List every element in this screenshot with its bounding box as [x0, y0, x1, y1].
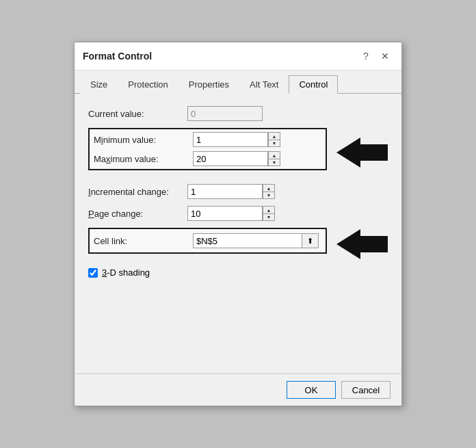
current-value-input[interactable] [187, 106, 263, 121]
tab-control[interactable]: Control [289, 75, 338, 94]
cell-link-label: Cell link: [94, 236, 193, 246]
cell-link-picker-button[interactable]: ⬆ [302, 233, 319, 248]
dialog-title-area: Format Control [83, 51, 152, 62]
current-value-label: Current value: [88, 109, 187, 119]
page-change-label: Page change: [88, 209, 187, 219]
cell-link-box: Cell link: ⬆ [88, 228, 327, 254]
tab-size[interactable]: Size [80, 75, 118, 94]
tab-protection[interactable]: Protection [118, 75, 178, 94]
cancel-button[interactable]: Cancel [341, 381, 391, 399]
cell-link-arrow [336, 229, 388, 259]
maximum-value-spinner: ▲ ▼ [268, 151, 280, 166]
help-button[interactable]: ? [358, 48, 374, 64]
cell-link-row: Cell link: ⬆ [94, 233, 321, 248]
cell-link-arrow-svg [336, 229, 388, 259]
tab-properties[interactable]: Properties [178, 75, 239, 94]
shading-row: 3-D shading [88, 267, 388, 278]
content-spacer [88, 280, 388, 363]
minimum-value-spin-up[interactable]: ▲ [268, 132, 280, 140]
incremental-change-row: Incremental change: ▲ ▼ [88, 184, 388, 199]
page-change-input-wrap: ▲ ▼ [187, 206, 275, 221]
maximum-value-label: Maximum value: [94, 154, 193, 164]
incremental-change-spin-up[interactable]: ▲ [263, 184, 275, 192]
minimum-value-input[interactable] [193, 132, 268, 147]
min-max-arrow [336, 137, 388, 168]
minimum-value-spin-down[interactable]: ▼ [268, 140, 280, 147]
cell-link-picker-icon: ⬆ [307, 237, 313, 246]
minimum-value-spinner: ▲ ▼ [268, 132, 280, 147]
page-change-row: Page change: ▲ ▼ [88, 206, 388, 221]
maximum-value-spin-down[interactable]: ▼ [268, 159, 280, 166]
minimum-value-input-wrap: ▲ ▼ [193, 132, 280, 147]
maximum-value-row: Maximum value: ▲ ▼ [94, 151, 321, 166]
ok-button[interactable]: OK [287, 381, 336, 399]
tab-alt-text[interactable]: Alt Text [239, 75, 289, 94]
incremental-change-input[interactable] [187, 184, 263, 199]
dialog-footer: OK Cancel [75, 373, 401, 406]
title-bar-actions: ? ✕ [358, 48, 393, 64]
current-value-row: Current value: [88, 106, 388, 121]
format-control-dialog: Format Control ? ✕ Size Protection Prope… [74, 42, 402, 406]
cell-link-input[interactable] [193, 233, 302, 248]
dialog-title: Format Control [83, 51, 152, 62]
maximum-value-input[interactable] [193, 151, 268, 166]
page-change-input[interactable] [187, 206, 263, 221]
min-max-box: Minimum value: ▲ ▼ Maximum value: [88, 128, 327, 170]
incremental-change-label: Incremental change: [88, 187, 187, 197]
page-change-spinner: ▲ ▼ [263, 206, 275, 221]
maximum-value-input-wrap: ▲ ▼ [193, 151, 280, 166]
incremental-change-spinner: ▲ ▼ [263, 184, 275, 199]
arrow-svg [336, 137, 388, 168]
current-value-input-wrap [187, 106, 263, 121]
maximum-value-spin-up[interactable]: ▲ [268, 151, 280, 159]
close-button[interactable]: ✕ [377, 48, 393, 64]
incremental-change-input-wrap: ▲ ▼ [187, 184, 275, 199]
svg-marker-1 [336, 229, 388, 259]
shading-checkbox[interactable] [88, 268, 98, 278]
svg-marker-0 [336, 137, 388, 168]
tab-bar: Size Protection Properties Alt Text Cont… [75, 70, 401, 94]
minimum-value-label: Minimum value: [94, 135, 193, 145]
cell-link-input-wrap: ⬆ [193, 233, 319, 248]
minimum-value-row: Minimum value: ▲ ▼ [94, 132, 321, 147]
incremental-change-spin-down[interactable]: ▼ [263, 192, 275, 199]
dialog-content: Current value: Minimum value: ▲ ▼ [75, 94, 401, 373]
page-change-spin-down[interactable]: ▼ [263, 213, 275, 221]
title-bar: Format Control ? ✕ [75, 42, 401, 70]
page-change-spin-up[interactable]: ▲ [263, 206, 275, 213]
shading-label[interactable]: 3-D shading [102, 267, 150, 278]
